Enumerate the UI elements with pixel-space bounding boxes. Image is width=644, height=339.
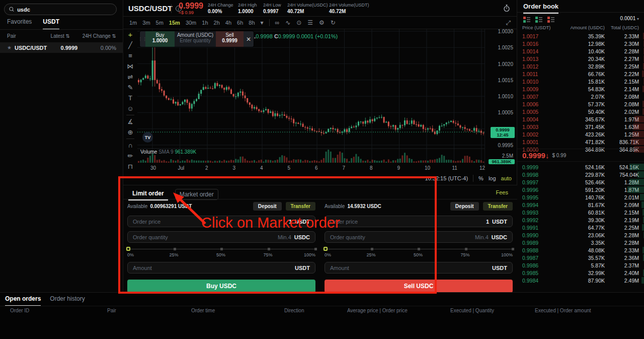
timeframe-30m[interactable]: 30m bbox=[186, 20, 196, 26]
timeframe-3m[interactable]: 3m bbox=[142, 20, 150, 26]
scale-auto-toggle[interactable]: auto bbox=[501, 175, 512, 181]
deposit-button[interactable]: Deposit bbox=[253, 202, 282, 211]
orderbook-ask-row[interactable]: 1.00072.07K2.08M bbox=[517, 93, 644, 100]
magnet-icon[interactable]: ∩ bbox=[123, 140, 137, 151]
col-change-sort[interactable]: 24H Change ⇅ bbox=[70, 33, 116, 41]
compare-icon[interactable]: ∞ bbox=[275, 19, 280, 26]
time-axis[interactable]: 30Jul23456789101112 bbox=[137, 165, 485, 172]
widget-amount-input[interactable]: Amount (USDC)Enter quantity bbox=[175, 31, 216, 47]
indicators-icon[interactable]: ∿ bbox=[285, 19, 290, 26]
lock-icon[interactable]: ⊓ bbox=[123, 161, 137, 172]
pair-row-usdcusdt[interactable]: ★ USDC/USDT 0.9999 0.00% bbox=[0, 42, 123, 53]
ob-layout-bids-icon[interactable] bbox=[535, 16, 542, 25]
orderbook-bid-row[interactable]: 0.999360.81K2.15M bbox=[517, 209, 644, 216]
scale-log-toggle[interactable]: log bbox=[489, 175, 496, 181]
timeframe-4h[interactable]: 4h bbox=[225, 20, 231, 26]
orderbook-ask-row[interactable]: 1.001166.76K2.22M bbox=[517, 70, 644, 78]
orderbook-bid-row[interactable]: 0.99893.35K2.28M bbox=[517, 239, 644, 246]
position-tool-icon[interactable]: ⇌ bbox=[123, 72, 137, 82]
draw-lock-icon[interactable]: ✏ bbox=[123, 151, 137, 161]
order-quantity-input[interactable]: Order quantityMin.4USDC bbox=[325, 231, 513, 243]
precision-select[interactable]: 0.0001 ▾ bbox=[620, 16, 639, 21]
orderbook-ask-row[interactable]: 1.0002423.26K1.25M bbox=[517, 130, 644, 138]
widget-buy-button[interactable]: Buy1.0000 bbox=[145, 31, 175, 47]
tab-market-order[interactable]: Market order bbox=[175, 189, 218, 200]
orderbook-bid-row[interactable]: 0.999023.06K2.28M bbox=[517, 231, 644, 239]
transfer-button[interactable]: Transfer bbox=[483, 202, 513, 211]
orderbook-bid-row[interactable]: 0.998735.57K2.36M bbox=[517, 254, 644, 261]
timeframe-15m[interactable]: 15m bbox=[169, 20, 180, 26]
slider-handle[interactable] bbox=[324, 247, 328, 251]
order-book-mid-price[interactable]: 0.9999↓ $ 0.99 bbox=[517, 149, 644, 162]
drag-handle-icon[interactable]: ⋮⋮ bbox=[140, 31, 145, 47]
orderbook-bid-row[interactable]: 0.9997526.46K1.28M bbox=[517, 178, 644, 186]
orderbook-ask-row[interactable]: 1.000550.40K2.02M bbox=[517, 108, 644, 115]
orderbook-ask-row[interactable]: 1.0001471.82K836.71K bbox=[517, 138, 644, 146]
orderbook-bid-row[interactable]: 0.9996591.20K1.87M bbox=[517, 186, 644, 193]
order-price-input[interactable]: Order price1USDT bbox=[127, 216, 315, 227]
chart-settings-icon[interactable]: ⚙ bbox=[319, 19, 325, 26]
orderbook-ask-row[interactable]: 1.001612.98K2.30M bbox=[517, 40, 644, 47]
trendline-icon[interactable]: ╱ bbox=[123, 40, 137, 50]
order-price-input[interactable]: Order price1USDT bbox=[325, 216, 513, 227]
orderbook-ask-row[interactable]: 1.001735.39K2.33M bbox=[517, 32, 644, 40]
replay-icon[interactable]: ↻ bbox=[331, 19, 336, 26]
scale-percent-toggle[interactable]: % bbox=[478, 175, 484, 181]
fees-link[interactable]: Fees bbox=[496, 189, 508, 195]
timeframe-5m[interactable]: 5m bbox=[156, 20, 164, 26]
camera-icon[interactable]: ⊙ bbox=[296, 19, 301, 26]
fullscreen-icon[interactable]: ⤢ bbox=[506, 19, 511, 26]
col-latest-sort[interactable]: Latest ⇅ bbox=[32, 33, 70, 41]
ruler-icon[interactable]: ∡ bbox=[123, 116, 137, 127]
sell-usdc-button[interactable]: Sell USDC bbox=[325, 280, 513, 293]
buy-usdc-button[interactable]: Buy USDC bbox=[127, 280, 315, 293]
orderbook-bid-row[interactable]: 0.999239.30K2.19M bbox=[517, 216, 644, 224]
tradingview-logo[interactable]: TV bbox=[142, 132, 153, 143]
brush-icon[interactable]: ✎ bbox=[123, 82, 137, 93]
timeframe-1h[interactable]: 1h bbox=[202, 20, 208, 26]
close-icon[interactable]: ✕ bbox=[244, 31, 254, 47]
orderbook-bid-row[interactable]: 0.999164.77K2.25M bbox=[517, 224, 644, 231]
amount-input[interactable]: AmountUSDT bbox=[127, 262, 315, 274]
orderbook-ask-row[interactable]: 1.0004345.67K1.97M bbox=[517, 115, 644, 123]
orderbook-ask-row[interactable]: 1.000657.37K2.08M bbox=[517, 100, 644, 108]
search-input[interactable] bbox=[17, 7, 112, 13]
amount-input[interactable]: AmountUSDT bbox=[325, 262, 513, 274]
orderbook-ask-row[interactable]: 1.0003371.45K1.63M bbox=[517, 123, 644, 130]
zoom-in-icon[interactable]: ⊕ bbox=[123, 127, 137, 138]
order-quantity-input[interactable]: Order quantityMin.4USDC bbox=[127, 231, 315, 243]
chart-clock[interactable]: 10:32:15 (UTC-4) bbox=[425, 175, 468, 181]
tab-usdt[interactable]: USDT bbox=[43, 18, 59, 30]
orderbook-ask-row[interactable]: 1.001232.89K2.25M bbox=[517, 62, 644, 70]
timeframe-8h[interactable]: 8h bbox=[249, 20, 255, 26]
price-axis[interactable]: 1.00301.00251.00201.00151.00101.00051.00… bbox=[485, 29, 517, 165]
layout-list-icon[interactable]: ☰ bbox=[307, 19, 313, 26]
orderbook-bid-row[interactable]: 0.9995140.76K2.01M bbox=[517, 193, 644, 201]
pattern-icon[interactable]: ⋈ bbox=[123, 61, 137, 72]
orderbook-ask-row[interactable]: 1.000954.83K2.14M bbox=[517, 85, 644, 93]
timeframe-1m[interactable]: 1m bbox=[129, 20, 137, 26]
tab-favorites[interactable]: Favorites bbox=[7, 18, 32, 30]
slider-handle[interactable] bbox=[126, 247, 130, 251]
orderbook-ask-row[interactable]: 1.001015.81K2.15M bbox=[517, 78, 644, 85]
crosshair-icon[interactable]: + bbox=[123, 29, 137, 40]
timeframe-2h[interactable]: 2h bbox=[214, 20, 220, 26]
fib-lines-icon[interactable]: ≡ bbox=[123, 50, 137, 61]
orderbook-bid-row[interactable]: 0.998848.08K2.33M bbox=[517, 246, 644, 254]
orderbook-bid-row[interactable]: 0.9998229.87K754.04K bbox=[517, 171, 644, 178]
timeframe-6h[interactable]: 6h bbox=[237, 20, 243, 26]
emoji-icon[interactable]: ☺ bbox=[123, 103, 137, 114]
orderbook-ask-row[interactable]: 1.001320.34K2.27M bbox=[517, 55, 644, 62]
orderbook-bid-row[interactable]: 0.99865.87K2.37M bbox=[517, 261, 644, 269]
orderbook-bid-row[interactable]: 0.999481.67K2.09M bbox=[517, 201, 644, 209]
text-tool-icon[interactable]: T bbox=[123, 93, 137, 103]
favorite-star-icon[interactable]: ★ bbox=[7, 45, 12, 50]
timeframe-caret-icon[interactable]: ▾ bbox=[261, 19, 264, 26]
percent-slider[interactable]: 0%25%50%75%100% bbox=[127, 246, 315, 258]
candlestick-chart[interactable] bbox=[137, 29, 485, 165]
percent-slider[interactable]: 0%25%50%75%100% bbox=[325, 246, 513, 258]
orderbook-bid-row[interactable]: 0.998487.90K2.49M bbox=[517, 277, 644, 284]
orderbook-ask-row[interactable]: 1.001410.40K2.28M bbox=[517, 47, 644, 55]
orderbook-bid-row[interactable]: 0.9999524.16K524.16K bbox=[517, 163, 644, 171]
widget-sell-button[interactable]: Sell0.9999 bbox=[216, 31, 244, 47]
